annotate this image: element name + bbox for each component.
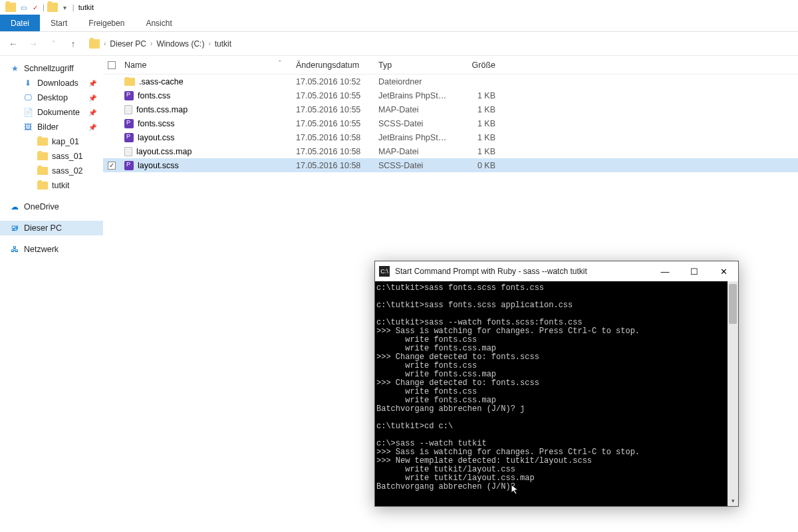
cell-name[interactable]: layout.css.map (120, 147, 292, 156)
ribbon-tab-ansicht[interactable]: Ansicht (135, 15, 182, 31)
column-name[interactable]: Name⌃ (120, 56, 292, 74)
qat-dropdown-icon[interactable]: ▾ (61, 3, 70, 12)
cmd-body-wrap: c:\tutkit>sass fonts.scss fonts.css c:\t… (375, 281, 738, 506)
sidebar-item[interactable]: sass_01 (0, 149, 103, 164)
cell-name[interactable]: fonts.css (120, 91, 292, 100)
file-row[interactable]: layout.css.map17.05.2016 10:58MAP-Datei1… (103, 144, 798, 158)
cell-size: 1 KB (452, 91, 499, 100)
sidebar-item[interactable]: sass_02 (0, 164, 103, 178)
item-icon (23, 166, 33, 176)
cell-date: 17.05.2016 10:58 (292, 133, 374, 142)
nav-forward-button[interactable]: → (25, 36, 41, 52)
cell-name[interactable]: fonts.scss (120, 119, 292, 128)
breadcrumb-segment[interactable]: tutkit (215, 39, 231, 49)
phpstorm-file-icon (124, 119, 134, 128)
separator: | (43, 3, 45, 11)
sidebar-item[interactable]: 🖼Bilder📌 (0, 120, 103, 134)
window-titlebar: ▭ ✓ | ▾ | tutkit (0, 0, 798, 15)
minimize-button[interactable]: — (650, 261, 680, 281)
cell-date: 17.05.2016 10:55 (292, 119, 374, 128)
cell-date: 17.05.2016 10:58 (292, 147, 374, 156)
column-checkbox[interactable] (103, 56, 120, 74)
item-icon (23, 151, 33, 162)
cell-type: JetBrains PhpStorm (374, 133, 452, 142)
file-row[interactable]: layout.scss17.05.2016 10:58SCSS-Datei0 K… (103, 158, 798, 172)
nav-up-button[interactable]: ↑ (65, 36, 81, 52)
terminal-output[interactable]: c:\tutkit>sass fonts.scss fonts.css c:\t… (375, 281, 728, 506)
file-name: layout.css (138, 133, 175, 142)
star-icon: ★ (9, 63, 20, 74)
qat-properties-icon[interactable]: ▭ (19, 3, 28, 12)
cloud-icon: ☁ (9, 201, 20, 212)
file-icon (124, 147, 132, 156)
ribbon-tab-start[interactable]: Start (40, 15, 78, 31)
cell-size: 1 KB (452, 133, 499, 142)
file-row[interactable]: fonts.css17.05.2016 10:55JetBrains PhpSt… (103, 88, 798, 102)
folder-icon (89, 39, 100, 49)
sidebar-quickaccess[interactable]: ★ Schnellzugriff (0, 61, 103, 76)
breadcrumb-segment[interactable]: Dieser PC (110, 39, 146, 49)
phpstorm-file-icon (124, 161, 134, 170)
column-size[interactable]: Größe (452, 56, 499, 74)
chevron-right-icon[interactable]: › (104, 40, 106, 47)
file-row[interactable]: .sass-cache17.05.2016 10:52Dateiordner (103, 74, 798, 88)
cell-size: 0 KB (452, 161, 499, 170)
pin-icon: 📌 (88, 94, 96, 102)
folder-icon (37, 182, 48, 190)
close-button[interactable]: ✕ (709, 261, 738, 281)
sidebar-item[interactable]: kap_01 (0, 134, 103, 149)
sort-asc-icon: ⌃ (277, 59, 288, 66)
sidebar-onedrive[interactable]: ☁ OneDrive (0, 200, 103, 214)
cell-name[interactable]: layout.css (120, 133, 292, 142)
cell-name[interactable]: layout.scss (120, 161, 292, 170)
breadcrumb-segment[interactable]: Windows (C:) (156, 39, 204, 49)
cell-name[interactable]: .sass-cache (120, 77, 292, 86)
nav-recent-dropdown[interactable]: ˅ (45, 36, 61, 52)
address-bar-row: ← → ˅ ↑ › Dieser PC › Windows (C:) › tut… (0, 32, 798, 56)
cell-name[interactable]: fonts.css.map (120, 105, 292, 114)
qat-check-icon[interactable]: ✓ (31, 3, 40, 12)
navigation-sidebar: ★ Schnellzugriff ⬇Downloads📌🖵Desktop📌📄Do… (0, 56, 103, 532)
cell-type: Dateiordner (374, 77, 452, 86)
sidebar-item[interactable]: tutkit (0, 178, 103, 193)
chevron-right-icon[interactable]: › (150, 40, 152, 47)
phpstorm-file-icon (124, 133, 134, 142)
cmd-titlebar[interactable]: C:\ Start Command Prompt with Ruby - sas… (375, 261, 738, 281)
breadcrumb-bar[interactable]: › Dieser PC › Windows (C:) › tutkit (85, 38, 235, 50)
folder-icon (37, 138, 48, 146)
sidebar-item[interactable]: ⬇Downloads📌 (0, 76, 103, 90)
chevron-right-icon[interactable]: › (208, 40, 210, 47)
checkbox-icon[interactable] (108, 61, 116, 69)
checkbox-icon[interactable] (108, 162, 116, 170)
nav-back-button[interactable]: ← (5, 36, 21, 52)
column-type[interactable]: Typ (374, 56, 452, 74)
cell-type: MAP-Datei (374, 147, 452, 156)
item-icon: 📄 (23, 107, 33, 118)
cell-date: 17.05.2016 10:52 (292, 77, 374, 86)
cell-type: SCSS-Datei (374, 119, 452, 128)
folder-icon (37, 152, 48, 160)
cell-type: MAP-Datei (374, 105, 452, 114)
file-row[interactable]: fonts.scss17.05.2016 10:55SCSS-Datei1 KB (103, 116, 798, 130)
sidebar-this-pc[interactable]: 🖳 Dieser PC (0, 221, 103, 235)
folder-icon (124, 78, 135, 86)
ribbon-tab-freigeben[interactable]: Freigeben (78, 15, 135, 31)
folder-icon (37, 167, 48, 175)
scroll-down-icon[interactable]: ▾ (728, 495, 738, 506)
command-prompt-window[interactable]: C:\ Start Command Prompt with Ruby - sas… (374, 261, 739, 507)
scrollbar[interactable]: ▴ ▾ (728, 281, 738, 506)
network-icon: 🖧 (9, 244, 20, 255)
pin-icon: 📌 (88, 124, 96, 131)
scroll-thumb[interactable] (729, 284, 737, 324)
sidebar-network[interactable]: 🖧 Netzwerk (0, 242, 103, 257)
maximize-button[interactable]: ☐ (680, 261, 709, 281)
row-checkbox[interactable] (103, 162, 120, 170)
sidebar-item[interactable]: 🖵Desktop📌 (0, 90, 103, 105)
file-row[interactable]: layout.css17.05.2016 10:58JetBrains PhpS… (103, 130, 798, 144)
file-row[interactable]: fonts.css.map17.05.2016 10:55MAP-Datei1 … (103, 102, 798, 116)
file-name: .sass-cache (139, 77, 184, 86)
sidebar-item-label: Downloads (37, 78, 78, 88)
sidebar-item[interactable]: 📄Dokumente📌 (0, 105, 103, 120)
column-date[interactable]: Änderungsdatum (292, 56, 374, 74)
ribbon-tab-datei[interactable]: Datei (0, 15, 40, 31)
